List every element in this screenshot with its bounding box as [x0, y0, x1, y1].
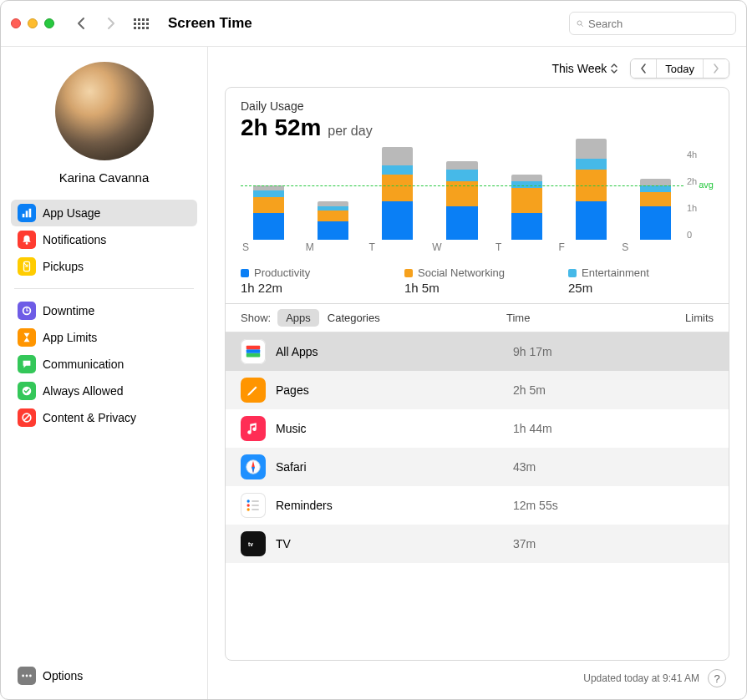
bar-slot[interactable] [563, 139, 619, 240]
show-toggle: Apps Categories [277, 309, 389, 327]
sidebar-item-downtime[interactable]: Downtime [11, 297, 197, 324]
app-time: 37m [513, 537, 647, 550]
zoom-window-button[interactable] [44, 18, 54, 28]
bar-slot[interactable] [499, 175, 555, 240]
legend-entry-social: Social Networking1h 5m [404, 266, 550, 295]
sidebar-item-label: App Limits [43, 331, 97, 344]
sidebar-item-app-limits[interactable]: App Limits [11, 324, 197, 351]
sidebar-item-label: Notifications [43, 233, 106, 246]
sidebar-item-label: Always Allowed [43, 384, 124, 398]
table-row[interactable]: Music1h 44m [226, 409, 729, 448]
toggle-apps[interactable]: Apps [277, 309, 319, 327]
search-field[interactable] [569, 12, 736, 35]
close-window-button[interactable] [11, 18, 21, 28]
chart-canvas[interactable]: 4h2h1h0 avg SMTWTFS [241, 150, 714, 258]
range-label: This Week [551, 62, 607, 75]
app-name: Pages [276, 383, 418, 397]
sidebar-item-always-allowed[interactable]: Always Allowed [11, 378, 197, 404]
bar-segment-other [640, 179, 671, 185]
sidebar-item-content-privacy[interactable]: Content & Privacy [11, 404, 197, 431]
toggle-categories[interactable]: Categories [319, 309, 389, 327]
bars-icon [18, 204, 36, 222]
table-row[interactable]: Pages2h 5m [226, 371, 729, 409]
bar-slot[interactable] [369, 147, 425, 240]
sidebar-item-label: Options [43, 669, 83, 682]
chart-headline: 2h 52m per day [241, 114, 714, 141]
help-button[interactable]: ? [708, 669, 726, 687]
stacked-bar [382, 147, 413, 240]
bar-segment-social [253, 197, 284, 213]
svg-point-26 [247, 508, 250, 510]
bar-segment-entertainment [576, 159, 607, 170]
svg-point-15 [22, 675, 24, 677]
chevron-left-icon [76, 17, 86, 30]
svg-point-16 [26, 675, 28, 677]
sidebar-item-notifications[interactable]: Notifications [11, 226, 197, 253]
app-icon [241, 493, 266, 518]
stacked-bar [640, 179, 671, 240]
table-row[interactable]: tvTV37m [226, 525, 729, 563]
sidebar-item-options[interactable]: Options [11, 662, 197, 689]
range-popup[interactable]: This Week [546, 59, 623, 78]
svg-text:tv: tv [248, 541, 253, 547]
stacked-bar [253, 185, 284, 240]
bar-slot[interactable] [305, 201, 361, 240]
y-axis: 4h2h1h0 [687, 150, 714, 240]
table-row[interactable]: Safari43m [226, 448, 729, 486]
table-header: Show: Apps Categories Time Limits [226, 304, 729, 332]
date-controls: This Week Today [225, 58, 729, 79]
bar-segment-entertainment [253, 190, 284, 197]
sidebar-item-app-usage[interactable]: App Usage [11, 200, 197, 226]
sidebar-item-pickups[interactable]: Pickups [11, 253, 197, 280]
legend-entry-productivity: Productivity1h 22m [241, 266, 386, 295]
table-row[interactable]: All Apps9h 17m [226, 332, 729, 371]
bar-segment-productivity [446, 206, 477, 241]
user-name: Karina Cavanna [11, 170, 197, 185]
app-name: Music [276, 422, 418, 435]
x-tick: T [367, 241, 430, 258]
stacked-bar [576, 139, 607, 240]
minimize-window-button[interactable] [28, 18, 38, 28]
next-day-button[interactable] [703, 59, 729, 78]
app-name: Safari [276, 460, 418, 474]
window-controls [11, 18, 54, 28]
sidebar-item-label: Communication [43, 358, 124, 371]
svg-rect-11 [26, 310, 28, 311]
all-prefs-button[interactable] [130, 12, 153, 35]
table-body[interactable]: All Apps9h 17mPages2h 5mMusic1h 44mSafar… [226, 332, 729, 660]
search-input[interactable] [588, 18, 729, 30]
user-avatar[interactable] [55, 62, 154, 160]
app-time: 9h 17m [513, 345, 647, 358]
grid-icon [134, 18, 149, 29]
forward-button[interactable] [99, 12, 123, 35]
sidebar: Karina Cavanna App UsageNotificationsPic… [1, 47, 208, 699]
bar-segment-entertainment [382, 165, 413, 175]
sidebar-item-label: Content & Privacy [43, 411, 136, 424]
bar-slot[interactable] [434, 161, 490, 240]
col-time-header: Time [506, 312, 640, 324]
legend-value: 1h 5m [404, 281, 550, 295]
app-name: Reminders [276, 499, 418, 512]
app-time: 12m 55s [513, 499, 647, 512]
chevron-right-icon [106, 17, 116, 30]
chevron-right-icon [712, 63, 720, 74]
table-row[interactable]: Reminders12m 55s [226, 486, 729, 525]
x-tick: S [241, 241, 304, 258]
sidebar-item-communication[interactable]: Communication [11, 351, 197, 378]
bar-slot[interactable] [241, 185, 297, 240]
prev-day-button[interactable] [631, 59, 656, 78]
legend-label: Entertainment [582, 266, 649, 279]
app-icon [241, 454, 266, 479]
legend-label: Productivity [254, 266, 310, 279]
stacked-bar [511, 175, 542, 240]
y-tick: 0 [687, 230, 714, 240]
bar-segment-other [576, 139, 607, 159]
legend-value: 1h 22m [241, 281, 386, 295]
back-button[interactable] [69, 12, 93, 35]
bars-container [241, 150, 683, 240]
bar-slot[interactable] [628, 179, 683, 240]
bar-segment-productivity [511, 213, 542, 240]
bar-segment-other [382, 147, 413, 165]
today-button[interactable]: Today [656, 59, 703, 78]
today-label: Today [665, 63, 694, 75]
